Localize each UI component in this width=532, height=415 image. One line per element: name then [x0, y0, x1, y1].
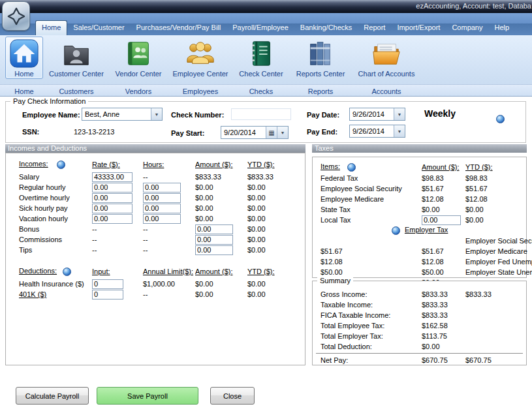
taxes-panel: Items: Amount ($): YTD ($): Federal Tax … — [312, 157, 527, 278]
chevron-down-icon[interactable]: ▼ — [277, 127, 288, 138]
toolbar-title-accounts: Chart of Accounts — [358, 70, 415, 78]
toolbar-button-home[interactable]: Home Home — [4, 37, 44, 97]
window-title: ezAccounting, Account: test, Databa — [416, 2, 531, 10]
toolbar-button-employee-box[interactable]: Employee Center — [169, 37, 232, 79]
accounts-folder-icon — [371, 38, 401, 69]
toolbar-title-customer: Customer Center — [49, 70, 104, 78]
pay-start-datepicker[interactable]: 9/20/2014 ▦ ▼ — [221, 126, 289, 139]
toolbar-sub-employees[interactable]: Employees — [183, 87, 218, 95]
hours-input[interactable] — [143, 214, 181, 224]
toolbar-button-employee-center[interactable]: Employee Center Employees — [168, 37, 232, 97]
toolbar-button-reports-center[interactable]: Reports Center Reports — [290, 37, 351, 97]
amount-col-header: Amount ($): — [422, 163, 465, 171]
hours-input[interactable] — [143, 193, 181, 203]
tab-sales-customer[interactable]: Sales/Customer — [67, 20, 130, 35]
toolbar-sub-home[interactable]: Home — [14, 87, 33, 95]
hours-value: -- — [143, 173, 195, 181]
tax-ytd-value: $51.67 — [465, 185, 532, 192]
checkbook-icon — [246, 38, 276, 69]
rate-input[interactable] — [92, 193, 133, 203]
taxes-help-globe-icon[interactable] — [347, 163, 356, 172]
chevron-down-icon[interactable]: ▼ — [394, 108, 405, 120]
amount-value: $0.00 — [195, 183, 247, 191]
toolbar-items: Home Home Customer Center Cust — [4, 37, 422, 96]
summary-row-label: Total Deduction: — [321, 343, 422, 350]
chevron-down-icon[interactable]: ▼ — [151, 108, 162, 120]
toolbar-button-home-box[interactable]: Home — [5, 37, 43, 79]
app-logo-icon — [7, 7, 26, 26]
help-globe-icon[interactable] — [496, 115, 505, 123]
deductions-help-globe-icon[interactable] — [63, 268, 71, 276]
tab-payroll-employee[interactable]: Payroll/Employee — [227, 20, 294, 35]
toolbar-sub-reports[interactable]: Reports — [308, 87, 334, 95]
employer-tax-help-globe-icon[interactable] — [392, 226, 400, 235]
paycheck-info-title: Pay Check Information — [10, 97, 88, 105]
tab-banking-checks[interactable]: Banking/Checks — [294, 20, 358, 35]
tab-home[interactable]: Home — [35, 20, 67, 35]
tab-report[interactable]: Report — [358, 20, 391, 35]
employer-tax-label: Employer Tax — [405, 226, 448, 234]
toolbar-sub-checks[interactable]: Checks — [249, 87, 274, 95]
toolbar-sub-vendors[interactable]: Vendors — [125, 87, 151, 95]
income-row-label: Bonus — [19, 225, 92, 233]
rate-value: -- — [92, 246, 143, 254]
rate-input[interactable] — [92, 214, 133, 224]
titlebar: ezAccounting, Account: test, Databa — [0, 0, 532, 13]
ytd-value: $833.33 — [247, 173, 304, 181]
save-payroll-button[interactable]: Save Payroll — [97, 387, 198, 405]
amount-input[interactable] — [195, 235, 233, 245]
local-tax-input[interactable] — [422, 215, 461, 225]
employee-name-dropdown[interactable]: Best, Anne ▼ — [82, 108, 163, 121]
hours-input[interactable] — [143, 183, 181, 192]
pay-end-value: 9/26/2014 — [350, 127, 394, 135]
tab-purchases-vendor-pay-bill[interactable]: Purchases/Vendor/Pay Bill — [131, 20, 227, 35]
rate-input[interactable] — [92, 183, 133, 192]
summary-rows: Gross Income: $833.33 $833.33 Taxable In… — [313, 289, 492, 352]
toolbar-button-accounts-box[interactable]: Chart of Accounts — [354, 37, 419, 79]
hours-input[interactable] — [143, 204, 181, 213]
pay-date-dropdown[interactable]: 9/26/2014 ▼ — [349, 108, 405, 121]
toolbar-button-check-box[interactable]: Check Center — [235, 37, 287, 79]
taxes-header-row: Items: Amount ($): YTD ($): — [313, 162, 493, 172]
app-window: ezAccounting, Account: test, Databa Home… — [0, 0, 532, 415]
pay-frequency-label: Weekly — [424, 108, 456, 119]
pay-end-dropdown[interactable]: 9/26/2014 ▼ — [349, 125, 405, 138]
tax-amount-value: $51.67 — [422, 185, 465, 192]
rate-input[interactable] — [92, 172, 133, 182]
summary-amount-value: $113.75 — [422, 332, 465, 340]
app-menu-button[interactable] — [2, 1, 30, 31]
taxes-rows: Federal Tax $98.83 $98.83 Employee Socia… — [313, 173, 532, 288]
toolbar-title-home: Home — [14, 70, 33, 78]
income-row-label: Sick hourly pay — [19, 204, 92, 212]
toolbar-button-reports-box[interactable]: Reports Center — [292, 37, 349, 79]
tax-amount-value: $0.00 — [422, 206, 465, 213]
toolbar-sub-customers[interactable]: Customers — [59, 87, 93, 95]
items-header-label: Items: — [321, 162, 340, 170]
toolbar-button-vendor-center[interactable]: Vendor Center Vendors — [108, 37, 168, 97]
tab-import-export[interactable]: Import/Export — [391, 20, 446, 35]
chevron-down-icon[interactable]: ▼ — [394, 125, 405, 137]
calculate-payroll-button[interactable]: Calculate Payroll — [16, 387, 89, 405]
employee-name-value: Best, Anne — [82, 110, 151, 118]
deduction-input[interactable] — [92, 290, 123, 300]
toolbar-button-check-center[interactable]: Check Center Checks — [232, 37, 290, 97]
toolbar-button-customer-center[interactable]: Customer Center Customers — [44, 37, 108, 97]
amount-input[interactable] — [195, 245, 233, 255]
toolbar-sub-accounts[interactable]: Accounts — [371, 87, 401, 95]
toolbar-button-chart-of-accounts[interactable]: Chart of Accounts Accounts — [351, 37, 422, 97]
amount-input[interactable] — [195, 224, 233, 234]
amount-value: $0.00 — [195, 215, 247, 223]
tax-amount-value: $98.83 — [422, 174, 465, 182]
deduction-input[interactable] — [92, 279, 123, 289]
toolbar-button-vendor-box[interactable]: Vendor Center — [112, 37, 166, 79]
check-number-input[interactable] — [231, 108, 291, 120]
incomes-help-globe-icon[interactable] — [57, 161, 65, 169]
toolbar-button-customer-box[interactable]: Customer Center — [45, 37, 108, 79]
ytd-value: $0.00 — [247, 236, 304, 243]
close-button[interactable]: Close — [210, 387, 255, 405]
rate-input[interactable] — [92, 204, 133, 213]
calendar-icon[interactable]: ▦ — [266, 127, 277, 138]
tab-help[interactable]: Help — [488, 20, 515, 35]
deduction-row-label-401k[interactable]: 401K ($) — [19, 290, 92, 298]
tab-company[interactable]: Company — [446, 20, 488, 35]
